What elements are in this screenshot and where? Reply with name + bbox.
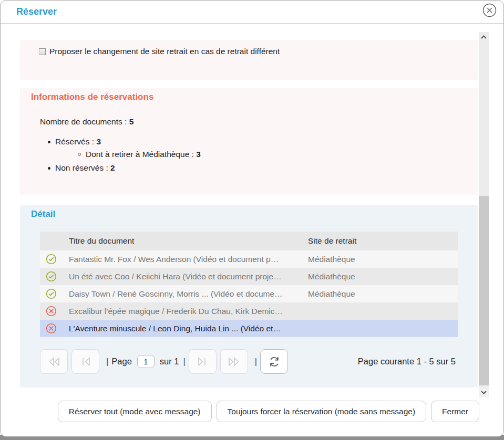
refresh-icon (268, 355, 281, 368)
close-icon (482, 3, 497, 17)
scrollbar-thumb[interactable] (479, 196, 489, 385)
table-header-row: Titre du document Site de retrait (40, 232, 458, 250)
vertical-scrollbar[interactable] (479, 32, 489, 397)
table-row[interactable]: Daisy Town / René Goscinny, Morris ... (… (40, 285, 458, 302)
info-section-heading: Informations de réservations (31, 92, 467, 102)
close-button[interactable] (482, 3, 497, 17)
dialog-scroll-area: Proposer le changement de site retrait e… (1, 24, 503, 397)
table-row[interactable]: Un été avec Coo / Keiichi Hara (Vidéo et… (40, 268, 458, 285)
page-of-label: sur 1 (160, 357, 179, 366)
page-range-summary: Page courante 1 - 5 sur 5 (358, 357, 458, 366)
table-row[interactable]: L'Aventure minuscule / Leon Ding, Huida … (40, 320, 458, 337)
dialog-title: Réserver (16, 6, 57, 17)
document-title-cell: Excalibur l'épée magique / Frederik Du C… (69, 307, 308, 316)
document-count-label: Nombre de documents : (40, 117, 127, 126)
next-page-icon (197, 357, 208, 367)
scroll-up-arrow-icon[interactable] (479, 32, 489, 42)
prev-page-button[interactable] (71, 349, 99, 374)
scroll-down-arrow-icon[interactable] (479, 387, 489, 397)
last-page-button[interactable] (220, 349, 248, 374)
sub-bullet-icon (78, 153, 81, 156)
prev-page-icon (80, 357, 91, 367)
bullet-icon (48, 141, 50, 143)
reservation-breakdown-list: Réservés : 3 Dont à retirer à Médiathèqu… (31, 137, 467, 173)
detail-section: Détail Titre du document Site de retrait… (20, 205, 478, 387)
page-label: Page (111, 357, 132, 366)
close-dialog-button[interactable]: Fermer (431, 401, 479, 422)
not-reserved-x-icon (46, 306, 57, 317)
dialog-footer: Réserver tout (mode avec message) Toujou… (1, 401, 479, 422)
first-page-icon (47, 357, 61, 367)
table-body: Fantastic Mr. Fox / Wes Anderson (Vidéo … (40, 250, 458, 337)
table-row[interactable]: Excalibur l'épée magique / Frederik Du C… (40, 302, 458, 320)
table-row[interactable]: Fantastic Mr. Fox / Wes Anderson (Vidéo … (40, 250, 458, 268)
reserved-check-icon (46, 254, 57, 265)
reservation-info-section: Informations de réservations Nombre de d… (20, 88, 478, 195)
document-count: Nombre de documents : 5 (40, 117, 467, 127)
document-title-cell: Daisy Town / René Goscinny, Morris ... (… (69, 289, 308, 299)
pickup-site-cell: Médiathèque (308, 255, 458, 264)
dialog-header: Réserver (1, 1, 503, 24)
pickup-site-count-item: Dont à retirer à Médiathèque : 3 (78, 150, 467, 159)
propose-site-change-option[interactable]: Proposer le changement de site retrait e… (39, 47, 467, 56)
reserved-count-item: Réservés : 3 (48, 137, 467, 146)
pagination-separator: | (255, 357, 257, 366)
checkbox-unchecked-icon[interactable] (39, 48, 46, 55)
document-title-cell: L'Aventure minuscule / Leon Ding, Huida … (69, 324, 308, 333)
pagination-separator: | (106, 357, 108, 366)
document-title-cell: Fantastic Mr. Fox / Wes Anderson (Vidéo … (69, 255, 308, 264)
page-number-input[interactable] (137, 355, 155, 368)
reserved-check-icon (46, 288, 57, 299)
document-title-cell: Un été avec Coo / Keiichi Hara (Vidéo et… (69, 272, 308, 281)
pickup-site-cell: Médiathèque (308, 272, 458, 281)
column-header-title: Titre du document (69, 236, 308, 246)
detail-section-heading: Détail (31, 209, 478, 219)
documents-table: Titre du document Site de retrait Fantas… (40, 232, 458, 337)
reserved-check-icon (46, 271, 57, 282)
reserve-all-button[interactable]: Réserver tout (mode avec message) (58, 401, 212, 422)
not-reserved-x-icon (46, 323, 57, 334)
column-header-site: Site de retrait (308, 236, 458, 246)
next-page-button[interactable] (189, 349, 217, 374)
reserve-dialog: Réserver Proposer le changement de site … (0, 0, 504, 437)
pagination-separator: | (183, 357, 186, 366)
options-section: Proposer le changement de site retrait e… (20, 40, 478, 80)
first-page-button[interactable] (40, 349, 68, 374)
not-reserved-count-item: Non réservés : 2 (48, 163, 467, 173)
force-reservation-button[interactable]: Toujours forcer la réservation (mode san… (217, 401, 427, 422)
bullet-icon (48, 167, 50, 170)
pagination-bar: | Page sur 1 | | (40, 349, 458, 374)
document-count-value: 5 (129, 117, 134, 126)
last-page-icon (227, 357, 241, 367)
checkbox-label: Proposer le changement de site retrait e… (49, 47, 280, 56)
refresh-button[interactable] (260, 349, 288, 374)
pickup-site-cell: Médiathèque (308, 289, 458, 299)
